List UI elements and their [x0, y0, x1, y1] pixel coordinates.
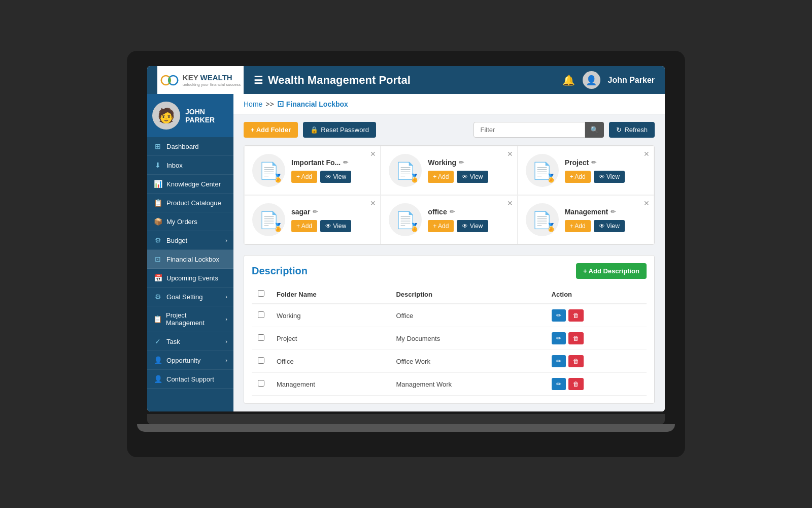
row-checkbox-cell — [252, 304, 270, 327]
filter-input[interactable] — [473, 122, 585, 138]
row-description: Management Work — [390, 373, 545, 396]
edit-button[interactable]: ✏ — [552, 378, 566, 390]
sidebar-item-dashboard[interactable]: ⊞ Dashboard — [147, 137, 233, 156]
folder-close-button[interactable]: ✕ — [644, 150, 650, 157]
sidebar-item-product-catalogue[interactable]: 📋 Product Catalogue — [147, 194, 233, 212]
delete-button[interactable]: 🗑 — [568, 309, 584, 322]
folder-card: ✕ 📄 🏅 office ✏ — [381, 195, 517, 244]
breadcrumb-home[interactable]: Home — [244, 100, 262, 108]
folder-view-button[interactable]: 👁 View — [457, 171, 488, 183]
folder-info: Project ✏ + Add 👁 View — [565, 158, 646, 183]
sidebar-item-financial-lockbox[interactable]: ⊡ Financial Lockbox — [147, 250, 233, 269]
folder-name: Important Fo... ✏ — [291, 158, 373, 167]
delete-button[interactable]: 🗑 — [568, 332, 584, 344]
row-checkbox[interactable] — [258, 334, 264, 341]
sidebar-item-contact-support[interactable]: 👤 Contact Support — [147, 370, 233, 389]
description-section: Description + Add Description Folder Nam… — [244, 255, 655, 404]
sidebar-item-opportunity[interactable]: 👤 Opportunity › — [147, 351, 233, 370]
sidebar-item-task[interactable]: ✓ Task › — [147, 332, 233, 351]
folder-card: ✕ 📄 🏅 Important Fo... ✏ — [244, 146, 381, 195]
folder-card: ✕ 📄 🏅 Working ✏ — [381, 146, 517, 195]
folder-view-button[interactable]: 👁 View — [457, 220, 488, 232]
folder-add-button[interactable]: + Add — [291, 220, 317, 232]
folder-icon-wrapper: 📄 🏅 — [389, 203, 422, 236]
breadcrumb-separator: >> — [265, 100, 274, 108]
add-description-button[interactable]: + Add Description — [576, 263, 647, 279]
edit-button[interactable]: ✏ — [552, 309, 566, 322]
folder-edit-icon[interactable]: ✏ — [459, 159, 464, 166]
opportunity-icon: 👤 — [153, 356, 162, 364]
logo-subtitle: unlocking your financial success — [183, 82, 241, 87]
row-description: Office Work — [390, 350, 545, 373]
sidebar-item-goal-setting[interactable]: ⚙ Goal Setting › — [147, 288, 233, 306]
contact-support-icon: 👤 — [153, 375, 162, 383]
folder-name: sagar ✏ — [291, 208, 373, 216]
folder-actions: + Add 👁 View — [428, 220, 509, 232]
folder-close-button[interactable]: ✕ — [507, 150, 513, 157]
folder-edit-icon[interactable]: ✏ — [450, 208, 455, 215]
folder-add-button[interactable]: + Add — [428, 220, 454, 232]
content-body: + Add Folder 🔒 Reset Password 🔍 — [233, 114, 665, 411]
sidebar-item-budget[interactable]: ⚙ Budget › — [147, 231, 233, 250]
edit-button[interactable]: ✏ — [552, 332, 566, 344]
refresh-icon: ↻ — [616, 126, 622, 134]
row-checkbox[interactable] — [258, 380, 264, 387]
project-management-arrow-icon: › — [225, 316, 227, 322]
folder-info: Management ✏ + Add 👁 View — [565, 208, 646, 232]
sidebar-item-project-management[interactable]: 📋 Project Management › — [147, 306, 233, 332]
notification-bell-icon[interactable]: 🔔 — [562, 74, 575, 86]
folder-close-button[interactable]: ✕ — [644, 200, 650, 207]
table-header-description: Description — [390, 285, 545, 304]
sidebar-item-inbox[interactable]: ⬇ Inbox — [147, 156, 233, 175]
description-table: Folder Name Description Action Working O… — [252, 285, 647, 396]
folder-close-button[interactable]: ✕ — [370, 200, 376, 207]
folder-name: office ✏ — [428, 208, 509, 216]
delete-button[interactable]: 🗑 — [568, 378, 584, 390]
add-folder-button[interactable]: + Add Folder — [244, 122, 298, 138]
edit-button[interactable]: ✏ — [552, 355, 566, 367]
folder-icon-wrapper: 📄 🏅 — [252, 203, 285, 236]
select-all-checkbox[interactable] — [258, 290, 264, 297]
upcoming-events-icon: 📅 — [153, 274, 162, 282]
folder-edit-icon[interactable]: ✏ — [343, 159, 348, 166]
reset-password-button[interactable]: 🔒 Reset Password — [303, 122, 376, 138]
sidebar-username: JOHN PARKER — [185, 108, 215, 124]
folder-card: ✕ 📄 🏅 Project ✏ — [518, 146, 654, 195]
folder-close-button[interactable]: ✕ — [507, 200, 513, 207]
filter-search-button[interactable]: 🔍 — [585, 122, 604, 138]
folder-icon-wrapper: 📄 🏅 — [252, 154, 285, 187]
sidebar: 🧑 JOHN PARKER ⊞ Dashboard ⬇ Inbox — [147, 94, 233, 411]
hamburger-icon[interactable]: ☰ — [254, 74, 263, 86]
budget-arrow-icon: › — [225, 237, 227, 243]
row-checkbox[interactable] — [258, 311, 264, 318]
folder-add-button[interactable]: + Add — [565, 220, 591, 232]
table-header-folder-name: Folder Name — [270, 285, 390, 304]
folder-add-button[interactable]: + Add — [291, 171, 317, 183]
delete-button[interactable]: 🗑 — [568, 355, 584, 367]
folder-close-button[interactable]: ✕ — [370, 150, 376, 157]
folder-edit-icon[interactable]: ✏ — [611, 208, 616, 215]
logo-wealth: WEALTH — [200, 73, 232, 82]
award-icon: 🏅 — [273, 223, 283, 232]
folder-view-button[interactable]: 👁 View — [594, 171, 625, 183]
folder-doc-container: 📄 🏅 — [259, 161, 279, 180]
folder-add-button[interactable]: + Add — [565, 171, 591, 183]
folder-view-button[interactable]: 👁 View — [320, 171, 351, 183]
folder-name: Management ✏ — [565, 208, 646, 216]
award-icon: 🏅 — [410, 223, 420, 232]
folder-view-button[interactable]: 👁 View — [320, 220, 351, 232]
sidebar-item-upcoming-events[interactable]: 📅 Upcoming Events — [147, 269, 233, 288]
sidebar-item-my-orders[interactable]: 📦 My Orders — [147, 212, 233, 231]
folder-info: Working ✏ + Add 👁 View — [428, 158, 509, 183]
sidebar-item-knowledge-center[interactable]: 📊 Knowledge Center — [147, 175, 233, 194]
folder-actions: + Add 👁 View — [291, 171, 373, 183]
folder-edit-icon[interactable]: ✏ — [591, 159, 596, 166]
main-layout: 🧑 JOHN PARKER ⊞ Dashboard ⬇ Inbox — [147, 94, 665, 411]
folder-view-button[interactable]: 👁 View — [594, 220, 625, 232]
lock-icon: 🔒 — [310, 126, 318, 134]
portal-title: ☰ Wealth Management Portal — [254, 74, 562, 87]
refresh-button[interactable]: ↻ Refresh — [609, 122, 655, 138]
folder-edit-icon[interactable]: ✏ — [313, 208, 318, 215]
row-checkbox[interactable] — [258, 357, 264, 364]
folder-add-button[interactable]: + Add — [428, 171, 454, 183]
